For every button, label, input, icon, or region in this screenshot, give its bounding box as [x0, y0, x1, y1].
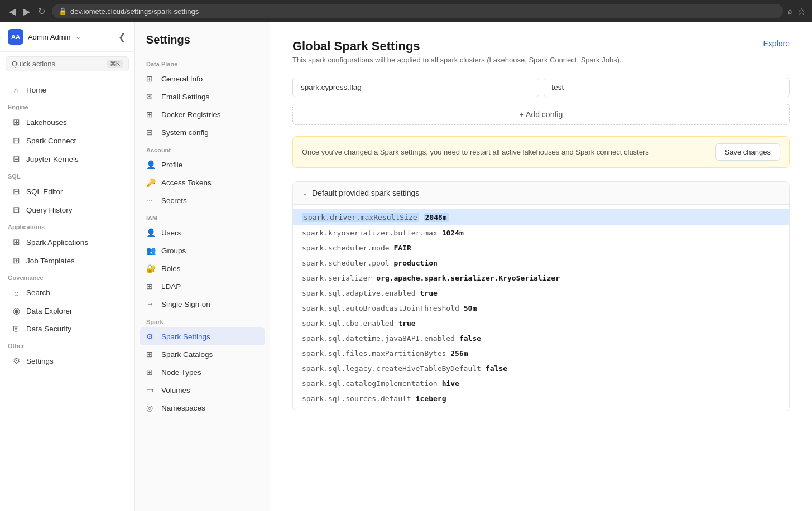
- main-content: Global Spark Settings This spark configu…: [270, 22, 812, 511]
- collapse-sidebar-button[interactable]: ❮: [117, 31, 127, 44]
- search-icon: ⌕: [11, 288, 21, 297]
- settings-panel: Settings Data Plane ⊞ General Info ✉ Ema…: [135, 22, 270, 511]
- system-config-icon: ⊟: [146, 128, 156, 137]
- settings-item-label: General Info: [161, 75, 203, 83]
- settings-item-profile[interactable]: 👤 Profile: [135, 156, 270, 173]
- sidebar-item-label: Jupyter Kernels: [26, 155, 79, 163]
- sidebar-item-sql-editor[interactable]: ⊟ SQL Editor: [3, 182, 131, 200]
- jupyter-icon: ⊟: [11, 154, 21, 164]
- add-config-button[interactable]: + Add config: [292, 104, 790, 125]
- sql-section-label: SQL: [0, 168, 134, 182]
- explore-link[interactable]: Explore: [763, 39, 790, 48]
- settings-icon: ⚙: [11, 356, 21, 366]
- sidebar-item-job-templates[interactable]: ⊞ Job Templates: [3, 252, 131, 269]
- sidebar-item-search[interactable]: ⌕ Search: [3, 284, 131, 301]
- settings-panel-title: Settings: [135, 33, 270, 55]
- forward-button[interactable]: ▶: [21, 5, 32, 18]
- query-history-icon: ⊟: [11, 205, 21, 215]
- settings-item-spark-catalogs[interactable]: ⊞ Spark Catalogs: [135, 345, 270, 363]
- settings-item-docker-registries[interactable]: ⊞ Docker Registries: [135, 105, 270, 123]
- settings-item-label: Users: [161, 229, 181, 237]
- browser-actions: ⌕ ☆: [787, 6, 805, 17]
- setting-key: spark.sql.autoBroadcastJoinThreshold: [302, 304, 459, 312]
- setting-row: spark.serializerorg.apache.spark.seriali…: [293, 271, 789, 286]
- data-plane-label: Data Plane: [135, 55, 270, 70]
- settings-item-single-sign-on[interactable]: → Single Sign-on: [135, 295, 270, 313]
- data-security-icon: ⛨: [11, 324, 21, 334]
- engine-section-label: Engine: [0, 99, 134, 113]
- settings-item-access-tokens[interactable]: 🔑 Access Tokens: [135, 173, 270, 191]
- config-value-input[interactable]: [544, 78, 790, 97]
- sidebar-item-label: Home: [26, 86, 46, 94]
- ldap-icon: ⊞: [146, 282, 156, 291]
- star-button[interactable]: ☆: [797, 6, 805, 17]
- settings-item-label: Spark Settings: [161, 332, 210, 341]
- settings-item-label: Spark Catalogs: [161, 350, 213, 359]
- refresh-button[interactable]: ↻: [36, 5, 47, 18]
- account-label: Account: [135, 141, 270, 156]
- setting-value: org.apache.spark.serializer.KryoSerializ…: [376, 274, 560, 282]
- access-tokens-icon: 🔑: [146, 178, 156, 187]
- sidebar-item-data-explorer[interactable]: ◉ Data Explorer: [3, 302, 131, 320]
- setting-row: spark.sql.files.maxPartitionBytes256m: [293, 346, 789, 361]
- settings-item-namespaces[interactable]: ◎ Namespaces: [135, 399, 270, 417]
- settings-item-roles[interactable]: 🔐 Roles: [135, 259, 270, 277]
- user-badge[interactable]: AA Admin Admin ⌄: [8, 29, 81, 45]
- settings-item-label: Groups: [161, 247, 186, 255]
- setting-key: spark.scheduler.mode: [302, 244, 390, 252]
- docker-icon: ⊞: [146, 110, 156, 119]
- quick-actions-button[interactable]: Quick actions ⌘K: [6, 56, 129, 71]
- settings-item-system-config[interactable]: ⊟ System config: [135, 123, 270, 141]
- sidebar-item-query-history[interactable]: ⊟ Query History: [3, 201, 131, 219]
- sidebar-item-label: Lakehouses: [26, 118, 67, 127]
- settings-item-node-types[interactable]: ⊞ Node Types: [135, 363, 270, 381]
- settings-item-volumes[interactable]: ▭ Volumes: [135, 381, 270, 399]
- settings-item-label: Secrets: [161, 196, 187, 205]
- data-explorer-icon: ◉: [11, 306, 21, 316]
- namespaces-icon: ◎: [146, 403, 156, 412]
- setting-value: 50m: [464, 304, 477, 312]
- settings-item-secrets[interactable]: ··· Secrets: [135, 191, 270, 209]
- quick-actions-label: Quick actions: [12, 60, 55, 68]
- warning-text: Once you've changed a Spark settings, yo…: [302, 148, 709, 156]
- user-name: Admin Admin: [28, 33, 71, 41]
- settings-item-general-info[interactable]: ⊞ General Info: [135, 70, 270, 88]
- settings-item-groups[interactable]: 👥 Groups: [135, 242, 270, 259]
- warning-banner: Once you've changed a Spark settings, yo…: [292, 136, 790, 168]
- config-row: [292, 78, 790, 97]
- general-info-icon: ⊞: [146, 74, 156, 83]
- sidebar-item-spark-connect[interactable]: ⊟ Spark Connect: [3, 132, 131, 150]
- config-key-input[interactable]: [292, 78, 539, 97]
- setting-value: production: [394, 259, 438, 267]
- sidebar-item-data-security[interactable]: ⛨ Data Security: [3, 320, 131, 338]
- setting-value: false: [486, 364, 507, 373]
- sidebar-item-label: Data Explorer: [26, 307, 73, 315]
- settings-item-spark-settings[interactable]: ⚙ Spark Settings: [140, 327, 265, 345]
- settings-item-label: Roles: [161, 264, 181, 273]
- back-button[interactable]: ◀: [7, 5, 18, 18]
- zoom-button[interactable]: ⌕: [787, 6, 793, 16]
- home-icon: ⌂: [11, 85, 21, 95]
- setting-key: spark.driver.maxResultSize: [302, 213, 419, 222]
- sidebar-item-lakehouses[interactable]: ⊞ Lakehouses: [3, 113, 131, 131]
- settings-item-ldap[interactable]: ⊞ LDAP: [135, 277, 270, 295]
- settings-item-label: Access Tokens: [161, 179, 212, 187]
- settings-item-label: Namespaces: [161, 404, 205, 412]
- settings-item-email-settings[interactable]: ✉ Email Settings: [135, 88, 270, 105]
- sidebar-item-spark-applications[interactable]: ⊞ Spark Applications: [3, 233, 131, 251]
- setting-key: spark.sql.cbo.enabled: [302, 319, 393, 327]
- default-settings-header[interactable]: ⌄ Default provided spark settings: [293, 182, 789, 205]
- sidebar-item-settings[interactable]: ⚙ Settings: [3, 352, 131, 370]
- job-templates-icon: ⊞: [11, 256, 21, 266]
- sidebar-item-jupyter-kernels[interactable]: ⊟ Jupyter Kernels: [3, 150, 131, 168]
- browser-chrome: ◀ ▶ ↻ 🔒 dev.iomete.cloud/settings/spark-…: [0, 0, 812, 22]
- settings-item-label: System config: [161, 128, 209, 137]
- address-bar[interactable]: 🔒 dev.iomete.cloud/settings/spark-settin…: [52, 4, 783, 18]
- setting-value: hive: [442, 379, 459, 388]
- add-config-label: + Add config: [520, 110, 563, 119]
- sidebar-item-home[interactable]: ⌂ Home: [3, 81, 131, 99]
- settings-item-users[interactable]: 👤 Users: [135, 224, 270, 242]
- setting-key: spark.sql.sources.default: [302, 394, 411, 403]
- settings-item-label: Profile: [161, 161, 182, 169]
- save-changes-button[interactable]: Save changes: [715, 143, 780, 161]
